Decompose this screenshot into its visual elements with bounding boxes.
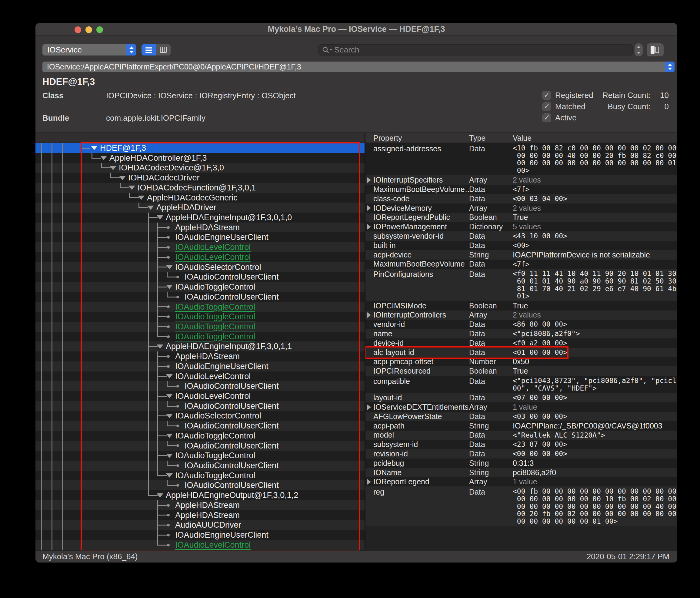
tree-node[interactable]: AudioAUUCDriver xyxy=(35,520,365,530)
tree-node[interactable]: AppleHDAEngineOutput@1F,3,0,1,2 xyxy=(35,491,365,500)
table-row-IOPowerManagement[interactable]: IOPowerManagementDictionary5 values xyxy=(366,222,677,231)
tree-node[interactable]: AppleHDACodecGeneric xyxy=(35,193,365,203)
table-row-IOName[interactable]: IONameStringpci8086,a2f0 xyxy=(366,468,677,477)
disclosure-triangle-collapsed[interactable] xyxy=(367,177,371,183)
column-header-value[interactable]: Value xyxy=(513,133,531,143)
disclosure-triangle-collapsed[interactable] xyxy=(367,405,371,410)
table-row-name[interactable]: nameData<"pci8086,a2f0"> xyxy=(366,329,677,338)
disclosure-triangle-expanded[interactable] xyxy=(110,166,116,170)
table-row-PinConfigurations[interactable]: PinConfigurationsData<f0 11 11 41 10 40 … xyxy=(366,269,677,301)
tree-node[interactable]: AppleHDAStream xyxy=(35,222,365,233)
disclosure-triangle-collapsed[interactable] xyxy=(367,479,371,485)
tree-node[interactable]: IOAudioToggleControl xyxy=(35,322,365,332)
tree-node[interactable]: IOAudioToggleControl xyxy=(35,282,365,292)
column-header-type[interactable]: Type xyxy=(469,133,485,143)
tree-node[interactable]: IOAudioToggleControl xyxy=(35,302,365,312)
table-row-subsystem-id[interactable]: subsystem-idData<23 87 00 00> xyxy=(366,440,677,449)
disclosure-triangle-collapsed[interactable] xyxy=(367,205,371,211)
table-row-assigned-addresses[interactable]: assigned-addressesData<10 fb 00 82 c0 00… xyxy=(366,143,677,175)
tree-node[interactable]: IOAudioLevelControl xyxy=(35,252,365,262)
column-separator[interactable] xyxy=(465,135,465,141)
tree-node[interactable]: IOAudioControlUserClient xyxy=(35,421,365,431)
tree-node[interactable]: IOAudioEngineUserClient xyxy=(35,361,365,372)
tree-node[interactable]: IOAudioToggleControl xyxy=(35,471,365,481)
table-row-built-in[interactable]: built-inData<00> xyxy=(366,241,677,250)
tree-node[interactable]: IOAudioEngineUserClient xyxy=(35,530,365,540)
tree-node[interactable]: IOHDACodecFunction@1F,3,0,1 xyxy=(35,183,365,193)
table-row-IOReportLegend[interactable]: IOReportLegendArray1 value xyxy=(366,477,677,487)
disclosure-triangle-expanded[interactable] xyxy=(119,176,126,180)
table-row-class-code[interactable]: class-codeData<00 03 04 00> xyxy=(366,194,677,204)
disclosure-triangle-expanded[interactable] xyxy=(166,454,173,458)
table-row-alc-layout-id[interactable]: alc-layout-idData<01 00 00 00> xyxy=(366,348,677,357)
table-row-pcidebug[interactable]: pcidebugString0:31:3 xyxy=(366,458,677,468)
tree-node[interactable]: IOAudioControlUserClient xyxy=(35,401,365,411)
tree-node[interactable]: IOAudioControlUserClient xyxy=(35,292,365,302)
tree-node[interactable]: IOAudioToggleControl xyxy=(35,431,365,441)
history-stepper[interactable] xyxy=(634,43,643,56)
disclosure-triangle-expanded[interactable] xyxy=(166,394,173,398)
table-row-IOInterruptControllers[interactable]: IOInterruptControllersArray2 values xyxy=(366,311,677,320)
disclosure-triangle-expanded[interactable] xyxy=(157,494,163,498)
tree-node[interactable]: IOAudioLevelControl xyxy=(35,372,365,381)
disclosure-triangle-collapsed[interactable] xyxy=(367,224,371,230)
disclosure-triangle-expanded[interactable] xyxy=(138,196,145,200)
disclosure-triangle-expanded[interactable] xyxy=(166,285,173,289)
table-row-IOPCIResourced[interactable]: IOPCIResourcedBooleanTrue xyxy=(366,366,677,376)
tree-node[interactable]: IOAudioToggleControl xyxy=(35,451,365,461)
table-row-IODeviceMemory[interactable]: IODeviceMemoryArray2 values xyxy=(366,204,677,213)
table-row-acpi-pmcap-offset[interactable]: acpi-pmcap-offsetNumber0x50 xyxy=(366,357,677,367)
tree-node[interactable]: AppleHDAEngineInput@1F,3,0,1,0 xyxy=(35,213,365,222)
tree-node[interactable]: IOAudioLevelControl xyxy=(35,540,365,550)
path-stepper[interactable] xyxy=(665,62,675,72)
table-row-IOInterruptSpecifiers[interactable]: IOInterruptSpecifiersArray2 values xyxy=(366,175,677,185)
tree-node[interactable]: IOAudioSelectorControl xyxy=(35,411,365,421)
path-bar[interactable]: IOService:/AppleACPIPlatformExpert/PC00@… xyxy=(43,62,675,72)
checkbox[interactable]: ✓ xyxy=(543,114,551,122)
column-separator[interactable] xyxy=(507,135,507,141)
table-row-vendor-id[interactable]: vendor-idData<86 80 00 00> xyxy=(366,320,677,329)
disclosure-triangle-expanded[interactable] xyxy=(91,146,98,150)
disclosure-triangle-expanded[interactable] xyxy=(166,434,173,438)
table-row-MaximumBootBeepVolume…[interactable]: MaximumBootBeepVolume…Data<7f> xyxy=(366,185,677,194)
table-row-IOPCIMSIMode[interactable]: IOPCIMSIModeBooleanTrue xyxy=(366,301,677,311)
table-row-AFGLowPowerState[interactable]: AFGLowPowerStateData<03 00 00 00> xyxy=(366,412,677,421)
disclosure-triangle-expanded[interactable] xyxy=(166,265,173,269)
tree-node[interactable]: AppleHDAController@1F,3 xyxy=(35,153,365,163)
list-view-segment[interactable] xyxy=(142,44,156,55)
tree-node[interactable]: IOAudioControlUserClient xyxy=(35,461,365,471)
table-row-model[interactable]: modelData<"Realtek ALC S1220A"> xyxy=(366,431,677,440)
tree-node[interactable]: AppleHDAStream xyxy=(35,510,365,520)
tree-node[interactable]: IOAudioToggleControl xyxy=(35,312,365,322)
tree-node[interactable]: IOAudioControlUserClient xyxy=(35,272,365,282)
tree-node[interactable]: IOAudioControlUserClient xyxy=(35,480,365,491)
table-row-compatible[interactable]: compatibleData<"pci1043,8723", "pci8086,… xyxy=(366,376,677,393)
tree-node[interactable]: IOAudioLevelControl xyxy=(35,242,365,252)
table-row-revision-id[interactable]: revision-idData<00 00 00 00> xyxy=(366,449,677,458)
tree-node[interactable]: AppleHDAStream xyxy=(35,500,365,510)
disclosure-triangle-expanded[interactable] xyxy=(147,206,154,210)
inspector-toggle-button[interactable] xyxy=(647,43,664,56)
table-row-MaximumBootBeepVolume[interactable]: MaximumBootBeepVolumeData<7f> xyxy=(366,260,677,269)
checkbox[interactable]: ✓ xyxy=(543,102,551,111)
column-header-property[interactable]: Property xyxy=(373,133,402,143)
tree-node[interactable]: IOAudioLevelControl xyxy=(35,391,365,401)
table-row-acpi-device[interactable]: acpi-deviceStringIOACPIPlatformDevice is… xyxy=(366,250,677,260)
disclosure-triangle-expanded[interactable] xyxy=(166,374,173,379)
table-row-acpi-path[interactable]: acpi-pathStringIOACPIPlane:/_SB/PC00@0/C… xyxy=(366,421,677,431)
search-field[interactable]: Search xyxy=(318,44,633,55)
checkbox[interactable]: ✓ xyxy=(543,91,551,100)
tree-node[interactable]: IOAudioControlUserClient xyxy=(35,381,365,391)
table-row-layout-id[interactable]: layout-idData<07 00 00 00> xyxy=(366,393,677,402)
tree-node[interactable]: HDEF@1F,3 xyxy=(35,143,365,153)
disclosure-triangle-collapsed[interactable] xyxy=(367,312,371,318)
tree-node[interactable]: AppleHDAEngineInput@1F,3,0,1,1 xyxy=(35,341,365,352)
plane-selector-popup[interactable]: IOService xyxy=(43,44,136,55)
disclosure-triangle-expanded[interactable] xyxy=(166,414,173,418)
tree-node[interactable]: IOAudioToggleControl xyxy=(35,332,365,342)
disclosure-triangle-expanded[interactable] xyxy=(100,156,107,160)
disclosure-triangle-expanded[interactable] xyxy=(157,344,163,349)
disclosure-triangle-expanded[interactable] xyxy=(166,473,173,478)
tree-node[interactable]: IOAudioControlUserClient xyxy=(35,441,365,451)
table-row-subsystem-vendor-id[interactable]: subsystem-vendor-idData<43 10 00 00> xyxy=(366,231,677,241)
